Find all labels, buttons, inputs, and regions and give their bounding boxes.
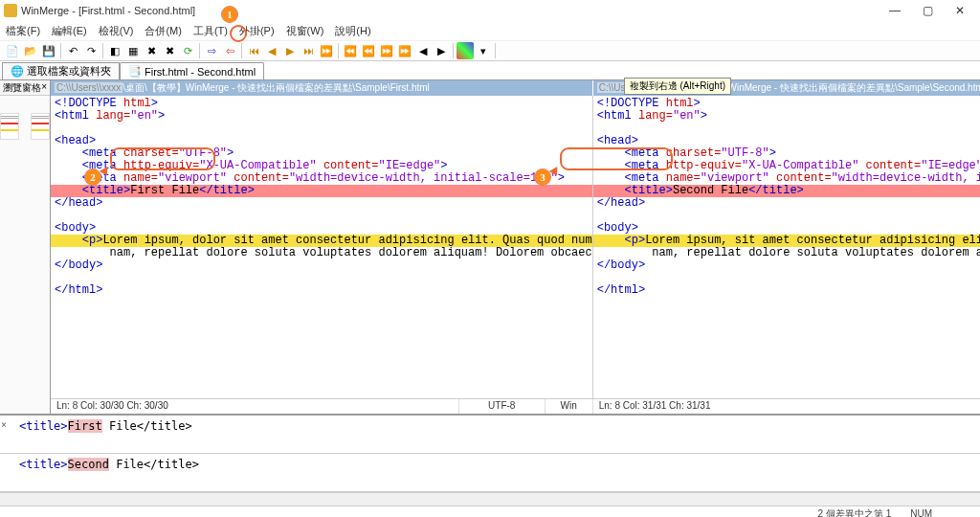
tool-icon[interactable]: ✖ [143, 42, 160, 59]
left-cursor-status: Ln: 8 Col: 30/30 Ch: 30/30 [51, 399, 459, 414]
title-bar: WinMerge - [First.html - Second.html] — … [0, 0, 980, 21]
nav-icon[interactable]: ⏩ [378, 42, 395, 59]
compare-panes: C:\\Users\\xxxx\桌面\【教學】WinMerge - 快速找出兩個… [51, 80, 980, 414]
close-icon[interactable]: × [1, 419, 7, 430]
annotation-ring [230, 25, 247, 42]
tab-label: 選取檔案或資料夾 [27, 64, 111, 79]
annotation-ring [110, 147, 215, 170]
copy-left-icon[interactable]: ⇦ [221, 42, 238, 59]
separator [453, 43, 454, 58]
close-button[interactable]: ✕ [944, 1, 976, 20]
numlock-indicator: NUM [910, 508, 932, 517]
status-bar: 2 個差異中之第 1 NUM [0, 506, 980, 517]
nav-icon[interactable]: ⏩ [396, 42, 413, 59]
diff-word: Second [68, 458, 109, 471]
detail-text: File</title> [102, 419, 192, 433]
color-icon[interactable] [457, 42, 474, 59]
app-icon [4, 4, 17, 17]
menu-window[interactable]: 視窗(W) [286, 24, 324, 38]
menu-help[interactable]: 說明(H) [335, 24, 370, 38]
menu-merge[interactable]: 合併(M) [145, 24, 182, 38]
save-icon[interactable]: 💾 [40, 42, 57, 59]
separator [241, 43, 242, 58]
menu-tools[interactable]: 工具(T) [193, 24, 228, 38]
separator [199, 43, 200, 58]
diff-bar-right[interactable] [31, 113, 50, 140]
window-title: WinMerge - [First.html - Second.html] [21, 5, 879, 16]
right-cursor-status: Ln: 8 Col: 31/31 Ch: 31/31 [593, 399, 980, 414]
redo-icon[interactable]: ↷ [82, 42, 100, 59]
document-tabs: 🌐 選取檔案或資料夾 📑 First.html - Second.html 複製… [0, 61, 980, 80]
location-pane-title: 瀏覽窗格 [3, 81, 41, 94]
left-eol: Win [546, 399, 593, 414]
undo-icon[interactable]: ↶ [64, 42, 81, 59]
separator [60, 43, 61, 58]
pane-status-row: Ln: 8 Col: 30/30 Ch: 30/30 UTF-8 Win Ln:… [51, 398, 980, 414]
left-path: C:\\Users\\xxxx\桌面\【教學】WinMerge - 快速找出兩個… [51, 80, 593, 96]
location-pane: 瀏覽窗格 × [0, 80, 51, 414]
window-controls: — ▢ ✕ [879, 1, 976, 20]
horizontal-scrollbar[interactable] [0, 492, 980, 506]
diff-detail-left[interactable]: × <title>First File</title> [0, 416, 980, 454]
location-pane-close[interactable]: × [41, 81, 47, 94]
diff-counter: 2 個差異中之第 1 [818, 507, 892, 518]
open-icon[interactable]: 📂 [22, 42, 39, 59]
left-code-pane[interactable]: <!DOCTYPE html> <html lang="en"> <head> … [51, 96, 593, 398]
nav-icon[interactable]: ◀ [414, 42, 432, 59]
next-diff-icon[interactable]: ▶ [281, 42, 299, 59]
tab-document[interactable]: 📑 First.html - Second.html [120, 62, 264, 79]
detail-text: File</title> [109, 458, 199, 471]
annotation-ring [560, 147, 673, 170]
diff-map[interactable] [0, 96, 50, 414]
diff-detail-right[interactable]: <title>Second File</title> [0, 454, 980, 492]
callout-2: 2 [84, 169, 101, 186]
location-pane-header: 瀏覽窗格 × [0, 80, 50, 96]
diff-icon[interactable]: ◧ [106, 42, 123, 59]
prev-diff-icon[interactable]: ◀ [263, 42, 280, 59]
path-headers: C:\\Users\\xxxx\桌面\【教學】WinMerge - 快速找出兩個… [51, 80, 980, 96]
detail-text: <title> [19, 458, 68, 471]
refresh-icon[interactable]: ⟳ [179, 42, 196, 59]
nav-icon[interactable]: ⏩ [318, 42, 335, 59]
minimize-button[interactable]: — [879, 1, 911, 20]
first-diff-icon[interactable]: ⏮ [245, 42, 262, 59]
menu-view[interactable]: 檢視(V) [99, 24, 134, 38]
menu-edit[interactable]: 編輯(E) [52, 24, 87, 38]
tooltip: 複製到右邊 (Alt+Right) [624, 78, 731, 95]
detail-text: <title> [19, 419, 68, 433]
code-row: <!DOCTYPE html> <html lang="en"> <head> … [51, 96, 980, 398]
folder-icon: 🌐 [11, 65, 24, 78]
toolbar: 📄 📂 💾 ↶ ↷ ◧ ▦ ✖ ✖ ⟳ ⇨ ⇦ ⏮ ◀ ▶ ⏭ ⏩ ⏪ ⏪ ⏩ … [0, 40, 980, 61]
callout-1: 1 [221, 6, 238, 23]
diff-word: First [68, 419, 102, 433]
doc-icon: 📑 [128, 65, 142, 78]
callout-3: 3 [534, 169, 551, 186]
left-encoding: UTF-8 [459, 399, 546, 414]
tab-file-picker[interactable]: 🌐 選取檔案或資料夾 [2, 62, 120, 79]
menu-bar: 檔案(F) 編輯(E) 檢視(V) 合併(M) 工具(T) 外掛(P) 視窗(W… [0, 21, 980, 40]
right-code-pane[interactable]: <!DOCTYPE html> <html lang="en"> <head> … [593, 96, 980, 398]
separator [338, 43, 339, 58]
separator [102, 43, 103, 58]
work-area: 瀏覽窗格 × C:\\Users\\xxxx\桌面\【教學】WinMerge -… [0, 80, 980, 414]
nav-icon[interactable]: ▶ [433, 42, 450, 59]
new-icon[interactable]: 📄 [4, 42, 21, 59]
diff-bar-left[interactable] [0, 113, 19, 140]
nav-icon[interactable]: ⏪ [360, 42, 377, 59]
diff-detail-pane: × <title>First File</title> <title>Secon… [0, 414, 980, 492]
menu-file[interactable]: 檔案(F) [6, 24, 40, 38]
separator [495, 43, 496, 58]
last-diff-icon[interactable]: ⏭ [300, 42, 317, 59]
nav-icon[interactable]: ⏪ [342, 42, 359, 59]
tool-icon[interactable]: ✖ [161, 42, 178, 59]
copy-right-icon[interactable]: ⇨ [203, 42, 220, 59]
maximize-button[interactable]: ▢ [911, 1, 944, 20]
dropdown-icon[interactable]: ▾ [475, 42, 492, 59]
tab-label: First.html - Second.html [145, 66, 256, 78]
diff-all-icon[interactable]: ▦ [124, 42, 142, 59]
